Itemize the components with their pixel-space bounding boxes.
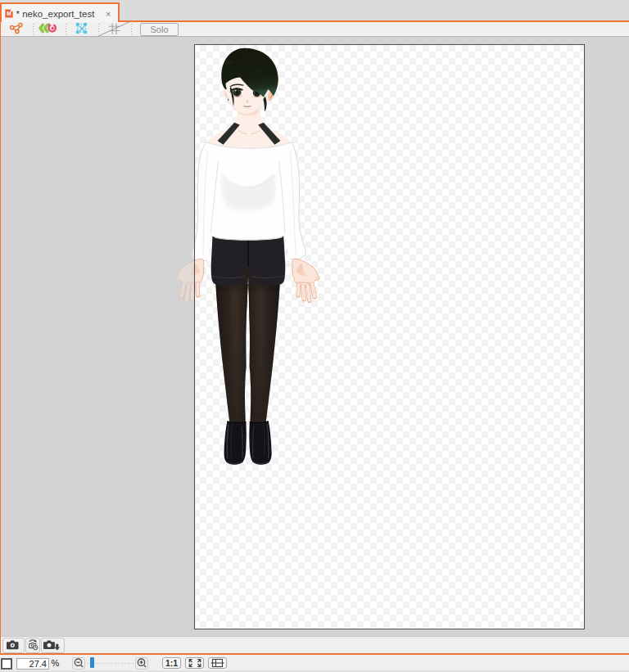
svg-text:M: M (7, 11, 11, 16)
